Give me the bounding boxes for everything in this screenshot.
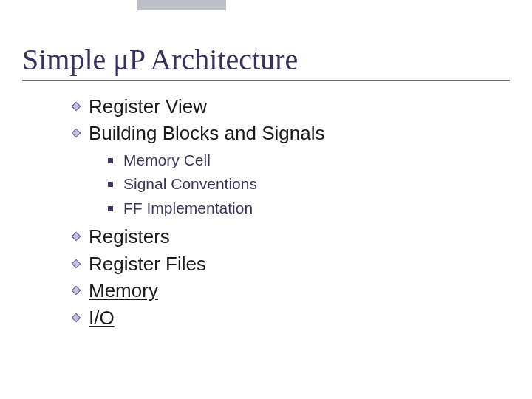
svg-rect-5	[72, 313, 80, 321]
diamond-icon	[71, 313, 81, 323]
sub-list-item-label: Memory Cell	[123, 149, 211, 173]
list-item-label: Memory	[89, 277, 158, 304]
sub-list-item: Signal Conventions	[108, 172, 510, 197]
diamond-icon	[71, 231, 81, 242]
list-item: Registers	[71, 223, 510, 250]
diamond-icon	[71, 101, 81, 112]
list-item: Register Files	[71, 250, 510, 277]
svg-rect-4	[72, 287, 80, 295]
svg-rect-3	[72, 259, 80, 267]
list-item: Register View	[71, 93, 510, 120]
list-item-label: Building Blocks and Signals	[89, 120, 324, 146]
slide-title: Simple μP Architecture	[22, 44, 510, 81]
svg-rect-2	[72, 233, 80, 241]
diamond-icon	[71, 259, 81, 269]
svg-rect-0	[72, 102, 80, 110]
list-item: I/O	[71, 304, 510, 331]
sub-list-item: FF Implementation	[108, 197, 510, 221]
sub-list: Memory Cell Signal Conventions FF Implem…	[71, 149, 510, 221]
accent-bar	[137, 0, 226, 10]
diamond-icon	[71, 285, 81, 296]
diamond-icon	[71, 128, 81, 138]
square-icon	[108, 158, 113, 163]
list-item: Memory	[71, 277, 510, 304]
sub-list-item: Memory Cell	[108, 149, 510, 173]
list-item-label: Register View	[89, 93, 207, 120]
bullet-list: Register View Building Blocks and Signal…	[22, 93, 510, 331]
list-item: Building Blocks and Signals	[71, 120, 510, 146]
list-item-label: I/O	[89, 304, 115, 331]
sub-list-item-label: Signal Conventions	[123, 172, 257, 197]
square-icon	[108, 206, 113, 211]
slide: Simple μP Architecture Register View Bui…	[0, 0, 532, 346]
list-item-label: Registers	[89, 223, 170, 250]
sub-list-item-label: FF Implementation	[123, 197, 253, 221]
square-icon	[108, 182, 113, 187]
svg-rect-1	[72, 129, 80, 137]
list-item-label: Register Files	[89, 250, 206, 277]
